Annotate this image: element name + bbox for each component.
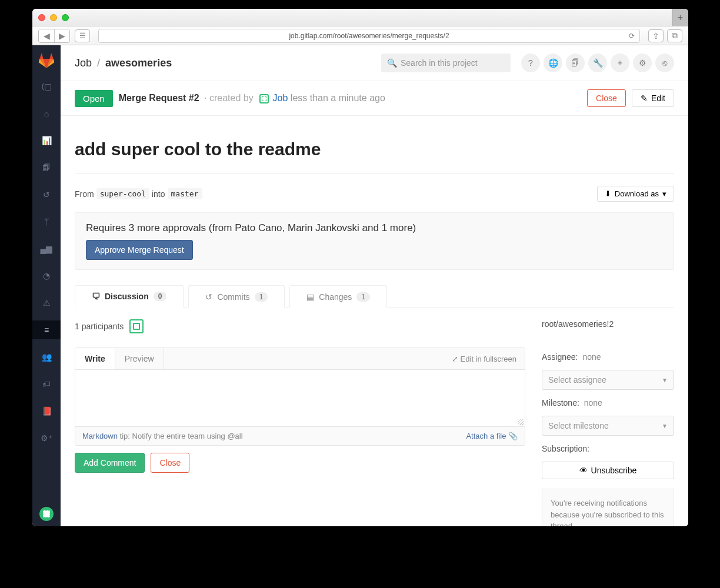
nav-issues-icon[interactable]: ⚠: [32, 293, 61, 312]
participants: 1 participants: [75, 319, 525, 333]
share-icon[interactable]: ⇪: [648, 29, 664, 42]
comments-icon: 🗨: [92, 292, 100, 301]
forward-button[interactable]: ▶: [54, 29, 69, 42]
copy-icon[interactable]: 🗐: [566, 54, 585, 72]
subscription-note: You're receiving notifications because y…: [542, 489, 674, 526]
download-label: Download as: [615, 189, 659, 198]
edit-label: Edit: [651, 93, 665, 103]
close-comment-button[interactable]: Close: [151, 453, 189, 473]
nav-home-icon[interactable]: ⌂: [32, 104, 61, 123]
tab-commits[interactable]: ↺ Commits 1: [188, 285, 285, 308]
nav-milestones-icon[interactable]: ◔: [32, 266, 61, 285]
assignee-value: none: [582, 352, 601, 362]
history-icon: ↺: [205, 292, 212, 302]
window-zoom-icon[interactable]: [62, 14, 69, 21]
nav-files-icon[interactable]: 🗐: [32, 158, 61, 177]
new-tab-button[interactable]: +: [672, 9, 688, 26]
reload-icon[interactable]: ⟳: [629, 32, 635, 40]
approve-button[interactable]: Approve Merge Request: [86, 240, 193, 260]
nav-graphs-icon[interactable]: ▄▆: [32, 239, 61, 258]
search-placeholder: Search in this project: [401, 58, 478, 68]
new-icon[interactable]: ＋: [611, 54, 629, 72]
caret-down-icon: ▼: [662, 377, 668, 383]
comment-textarea[interactable]: [75, 370, 525, 424]
nav-history-icon[interactable]: ↺: [32, 185, 61, 204]
markdown-tip: tip: Notify the entire team using @all: [118, 432, 243, 440]
expand-icon: ⤢: [452, 355, 458, 363]
markdown-link[interactable]: Markdown: [82, 432, 118, 440]
mr-meta: Merge Request #2 · created by Job less t…: [119, 93, 385, 103]
unsubscribe-button[interactable]: 👁 Unsubscribe: [542, 462, 674, 479]
milestone-placeholder: Select milestone: [548, 421, 609, 430]
logout-icon[interactable]: ⎋: [655, 54, 674, 72]
svg-rect-1: [43, 510, 50, 517]
status-badge: Open: [75, 90, 113, 107]
source-branch: super-cool: [96, 188, 149, 199]
paperclip-icon: 📎: [508, 432, 518, 440]
app-body: ⟨▢ ⌂ 📊 🗐 ↺ ᛘ ▄▆ ◔ ⚠ ≡ 👥 🏷 📕 ⚙⁺ Job: [32, 45, 688, 526]
author-link[interactable]: Job: [273, 93, 288, 103]
edit-mr-button[interactable]: ✎ Edit: [632, 89, 674, 107]
tab-discussion[interactable]: 🗨 Discussion 0: [75, 285, 184, 308]
browser-window: + ◀ ▶ ☰ job.gitlap.com/root/awesomeries/…: [32, 9, 688, 526]
nav-settings-icon[interactable]: ⚙⁺: [32, 429, 61, 447]
tab-discussion-label: Discussion: [105, 292, 149, 301]
comment-tab-write[interactable]: Write: [75, 348, 115, 369]
approval-box: Requires 3 more approvals (from Pato Can…: [75, 212, 674, 270]
participants-label: 1 participants: [75, 322, 124, 331]
created-ago: less than a minute ago: [291, 93, 385, 103]
tab-discussion-count: 0: [154, 292, 167, 301]
search-input[interactable]: 🔍 Search in this project: [381, 54, 511, 72]
nav-back-icon[interactable]: ⟨▢: [32, 77, 61, 96]
assignee-select[interactable]: Select assignee ▼: [542, 370, 674, 390]
nav-branches-icon[interactable]: ᛘ: [32, 212, 61, 231]
help-icon[interactable]: ?: [521, 54, 540, 72]
admin-gear-icon[interactable]: ⚙: [633, 54, 652, 72]
globe-icon[interactable]: 🌐: [544, 54, 562, 72]
mr-tabs: 🗨 Discussion 0 ↺ Commits 1 ▤ Changes 1: [75, 285, 674, 308]
close-mr-button[interactable]: Close: [587, 89, 626, 107]
sidebar-toggle-icon[interactable]: ☰: [75, 29, 90, 42]
nav-activity-icon[interactable]: 📊: [32, 131, 61, 150]
pencil-icon: ✎: [641, 93, 648, 103]
add-comment-button[interactable]: Add Comment: [75, 453, 145, 473]
resize-handle-icon[interactable]: [518, 419, 524, 425]
milestone-label: Milestone:: [542, 398, 579, 407]
window-close-icon[interactable]: [38, 14, 45, 21]
download-as-button[interactable]: ⬇ Download as ▾: [597, 186, 674, 202]
milestone-select[interactable]: Select milestone ▼: [542, 416, 674, 436]
mr-reference: root/awesomeries!2: [542, 319, 674, 329]
wrench-icon[interactable]: 🔧: [588, 54, 607, 72]
approval-text: Requires 3 more approvals (from Pato Can…: [86, 222, 663, 234]
nav-merge-requests-icon[interactable]: ≡: [32, 320, 61, 339]
breadcrumb-project[interactable]: awesomeries: [105, 57, 172, 69]
tabs-icon[interactable]: ⧉: [667, 29, 682, 42]
nav-wiki-icon[interactable]: 📕: [32, 402, 61, 420]
search-icon: 🔍: [387, 58, 397, 68]
breadcrumb-separator: /: [97, 57, 100, 69]
nav-members-icon[interactable]: 👥: [32, 348, 61, 366]
attach-file-button[interactable]: Attach a file 📎: [466, 432, 518, 440]
diff-icon: ▤: [306, 292, 314, 302]
gitlab-logo-icon[interactable]: [38, 52, 55, 69]
created-by-label: · created by: [204, 93, 254, 103]
download-icon: ⬇: [605, 189, 611, 198]
edit-fullscreen-button[interactable]: ⤢ Edit in fullscreen: [444, 349, 525, 369]
assignee-label: Assignee:: [542, 352, 578, 362]
user-avatar-icon[interactable]: [39, 506, 54, 522]
breadcrumb-group[interactable]: Job: [75, 57, 92, 69]
comment-tab-preview[interactable]: Preview: [115, 348, 164, 369]
side-nav: ⟨▢ ⌂ 📊 🗐 ↺ ᛘ ▄▆ ◔ ⚠ ≡ 👥 🏷 📕 ⚙⁺: [32, 45, 61, 526]
traffic-lights: [38, 14, 69, 21]
browser-toolbar: ◀ ▶ ☰ job.gitlap.com/root/awesomeries/me…: [32, 26, 688, 45]
nav-labels-icon[interactable]: 🏷: [32, 375, 61, 393]
address-bar[interactable]: job.gitlap.com/root/awesomeries/merge_re…: [98, 29, 640, 43]
tab-changes[interactable]: ▤ Changes 1: [289, 285, 387, 308]
unsubscribe-label: Unsubscribe: [591, 466, 637, 475]
page-title: add super cool to the readme: [75, 139, 674, 159]
window-minimize-icon[interactable]: [50, 14, 57, 21]
mr-sidebar: root/awesomeries!2 Assignee: none Select…: [542, 319, 674, 526]
content: add super cool to the readme From super-…: [61, 116, 688, 526]
participant-avatar[interactable]: [129, 319, 144, 333]
back-button[interactable]: ◀: [39, 29, 54, 42]
